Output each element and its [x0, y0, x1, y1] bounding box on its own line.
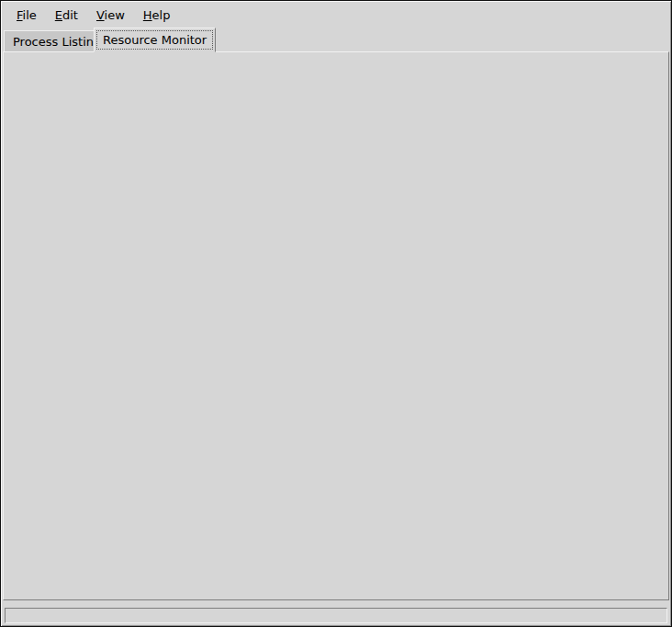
- tab-resource-monitor[interactable]: Resource Monitor: [94, 28, 216, 52]
- menu-item-help[interactable]: Help: [134, 6, 180, 25]
- menu-item-edit[interactable]: Edit: [46, 6, 87, 25]
- menu-item-view[interactable]: View: [87, 6, 134, 25]
- menubar: FileEditViewHelp: [4, 3, 668, 27]
- menu-item-file[interactable]: File: [7, 6, 46, 25]
- tab-resource-monitor-label: Resource Monitor: [103, 33, 207, 47]
- system-monitor-window: FileEditViewHelp Process Listing Resourc…: [0, 0, 672, 627]
- tab-process-listing-label: Process Listing: [13, 35, 101, 49]
- resource-monitor-page: [3, 51, 669, 600]
- statusbar: [5, 608, 667, 623]
